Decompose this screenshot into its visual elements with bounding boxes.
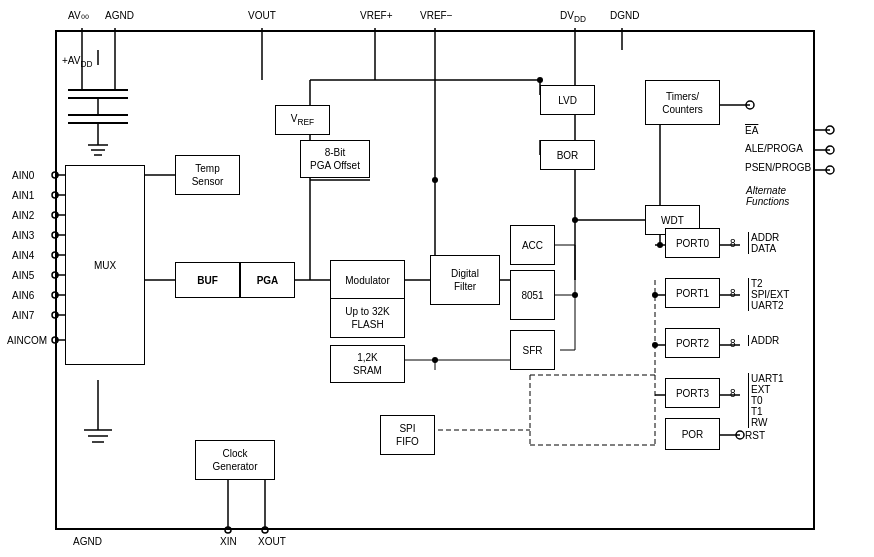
port2-addr-label: ADDR	[748, 335, 779, 346]
vrefm-label: VREF−	[420, 10, 453, 21]
port1-box: PORT1	[665, 278, 720, 308]
dgnd-label: DGND	[610, 10, 639, 21]
lvd-label: LVD	[558, 94, 577, 107]
cpu-box: 8051	[510, 270, 555, 320]
port1-label: PORT1	[676, 287, 709, 300]
flash-label: Up to 32KFLASH	[345, 305, 389, 331]
port1-8-label: 8	[730, 288, 736, 299]
mux-label: MUX	[94, 259, 116, 272]
aincom-label: AINCOM	[7, 335, 47, 346]
port0-label: PORT0	[676, 237, 709, 250]
temp-sensor-box: TempSensor	[175, 155, 240, 195]
sram-label: 1,2KSRAM	[353, 351, 382, 377]
pga-label: PGA	[257, 274, 279, 287]
lvd-box: LVD	[540, 85, 595, 115]
vref-label: VREF	[291, 112, 314, 128]
port2-8-label: 8	[730, 338, 736, 349]
vout-label: VOUT	[248, 10, 276, 21]
pga-box: PGA	[240, 262, 295, 298]
spi-fifo-box: SPIFIFO	[380, 415, 435, 455]
port2-box: PORT2	[665, 328, 720, 358]
ain5-label: AIN5	[12, 270, 34, 281]
agnd-top-label: AGND	[105, 10, 134, 21]
port1-alt-label: T2SPI/EXTUART2	[748, 278, 789, 311]
modulator-label: Modulator	[345, 274, 389, 287]
svg-point-99	[826, 146, 834, 154]
ea-label: EA	[745, 125, 758, 136]
port2-label: PORT2	[676, 337, 709, 350]
bor-box: BOR	[540, 140, 595, 170]
port0-8-label: 8	[730, 238, 736, 249]
por-box: POR	[665, 418, 720, 450]
ain0-label: AIN0	[12, 170, 34, 181]
xin-label: XIN	[220, 536, 237, 547]
dvdd-label: DVDD	[560, 10, 586, 24]
port3-8-label: 8	[730, 388, 736, 399]
ain7-label: AIN7	[12, 310, 34, 321]
flash-box: Up to 32KFLASH	[330, 298, 405, 338]
timers-label: Timers/Counters	[662, 90, 703, 116]
mux-box: MUX	[65, 165, 145, 365]
avdd-supply-label: +AVDD	[62, 55, 92, 69]
sfr-label: SFR	[523, 344, 543, 357]
port3-label: PORT3	[676, 387, 709, 400]
clock-gen-box: ClockGenerator	[195, 440, 275, 480]
port3-alt-label: UART1EXTT0T1RW	[748, 373, 784, 428]
pga-offset-label: 8-BitPGA Offset	[310, 146, 360, 172]
rst-label: RST	[745, 430, 765, 441]
timers-box: Timers/Counters	[645, 80, 720, 125]
ain6-label: AIN6	[12, 290, 34, 301]
acc-box: ACC	[510, 225, 555, 265]
spi-fifo-label: SPIFIFO	[396, 422, 419, 448]
addr-data-label: ADDRDATA	[748, 232, 779, 254]
clock-gen-label: ClockGenerator	[212, 447, 257, 473]
port0-box: PORT0	[665, 228, 720, 258]
sfr-box: SFR	[510, 330, 555, 370]
port3-box: PORT3	[665, 378, 720, 408]
digital-filter-box: DigitalFilter	[430, 255, 500, 305]
bor-label: BOR	[557, 149, 579, 162]
ain2-label: AIN2	[12, 210, 34, 221]
ale-proga-label: ALE/PROGA	[745, 143, 803, 154]
xout-label: XOUT	[258, 536, 286, 547]
por-label: POR	[682, 428, 704, 441]
alt-functions-label: AlternateFunctions	[746, 185, 789, 207]
acc-label: ACC	[522, 239, 543, 252]
agnd-bot-label: AGND	[73, 536, 102, 547]
sram-box: 1,2KSRAM	[330, 345, 405, 383]
svg-point-101	[826, 166, 834, 174]
buf-label: BUF	[197, 274, 218, 287]
temp-sensor-label: TempSensor	[192, 162, 224, 188]
ain1-label: AIN1	[12, 190, 34, 201]
vrefp-label: VREF+	[360, 10, 393, 21]
diagram-container: AV₀₀ AGND VOUT VREF+ VREF− DVDD DGND AIN…	[0, 0, 874, 557]
ain3-label: AIN3	[12, 230, 34, 241]
buf-box: BUF	[175, 262, 240, 298]
ain4-label: AIN4	[12, 250, 34, 261]
digital-filter-label: DigitalFilter	[451, 267, 479, 293]
svg-point-97	[826, 126, 834, 134]
wdt-label: WDT	[661, 214, 684, 227]
vref-box: VREF	[275, 105, 330, 135]
avdd-label: AV₀₀	[68, 10, 89, 21]
pga-offset-box: 8-BitPGA Offset	[300, 140, 370, 178]
psen-progb-label: PSEN/PROGB	[745, 162, 811, 173]
modulator-box: Modulator	[330, 260, 405, 300]
cpu-label: 8051	[521, 289, 543, 302]
